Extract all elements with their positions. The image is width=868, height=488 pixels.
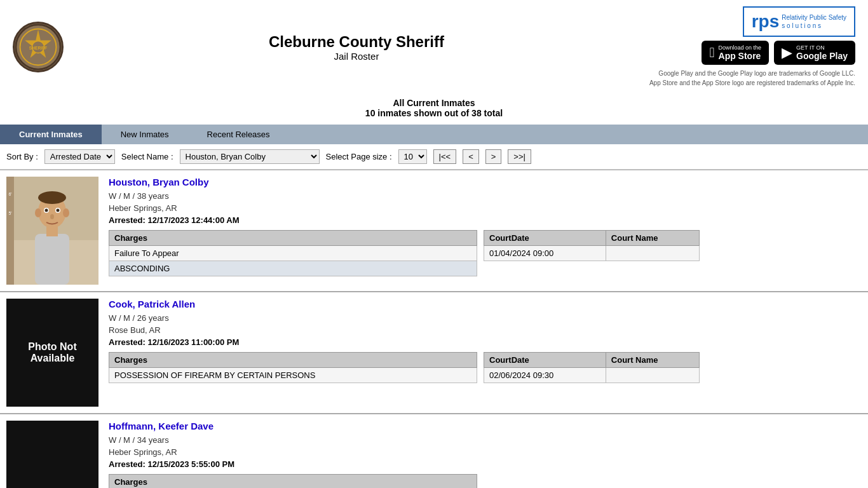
charges-header: Charges (109, 231, 477, 246)
tab-current-inmates[interactable]: Current Inmates (0, 125, 102, 144)
inmate-demographics: W / M / 34 years (109, 435, 862, 445)
inmate-row: 6' 5' (0, 170, 868, 292)
pagination-first[interactable]: |<< (433, 149, 457, 164)
table-row: 02/06/2024 09:30 (484, 368, 700, 383)
table-row: ABSCONDING (109, 261, 477, 276)
sort-by-select[interactable]: Arrested Date (44, 149, 115, 164)
trademark-text: Google Play and the Google Play logo are… (649, 69, 855, 88)
inmate-location: Rose Bud, AR (109, 325, 862, 335)
table-row: POSSESSION OF FIREARM BY CERTAIN PERSONS (109, 368, 477, 383)
inmate-photo: Photo Not Available (6, 299, 98, 407)
court-name-header: Court Name (606, 231, 699, 246)
inmate-arrested-date: Arrested: 12/15/2023 5:55:00 PM (109, 459, 862, 469)
google-play-icon: ▶ (782, 44, 792, 61)
inmate-list: 6' 5' (0, 170, 868, 488)
svg-point-13 (38, 191, 66, 204)
header-right: rps Relativity Public Safetys o l u t i … (649, 6, 855, 88)
svg-point-17 (57, 209, 60, 212)
inmate-demographics: W / M / 26 years (109, 313, 862, 323)
charges-table: Charges Sentenced to Jail Time by Judge (109, 474, 477, 488)
svg-rect-19 (35, 234, 69, 285)
subheader: All Current Inmates 10 inmates shown out… (0, 94, 868, 125)
inmate-photo: 6' 5' (6, 177, 98, 285)
charges-header: Charges (109, 353, 477, 368)
inmate-photo (6, 421, 98, 488)
court-name-value (606, 246, 699, 261)
page-header: SHERIFF Cleburne County Sheriff Jail Ros… (0, 0, 868, 94)
tab-recent-releases[interactable]: Recent Releases (188, 125, 289, 144)
app-store-text: Download on the App Store (719, 44, 762, 61)
court-date-header: CourtDate (484, 353, 606, 368)
rps-initials: rps (752, 11, 780, 32)
select-name-dropdown[interactable]: Houston, Bryan Colby (180, 149, 320, 164)
inmate-details: Hoffmann, Keefer Dave W / M / 34 years H… (109, 421, 862, 488)
select-name-label: Select Name : (121, 152, 173, 161)
svg-rect-20 (46, 227, 58, 236)
charges-table: Charges Failure To Appear ABSCONDING (109, 230, 477, 276)
google-play-button[interactable]: ▶ GET IT ON Google Play (774, 41, 855, 65)
inmate-count-line2: 10 inmates shown out of 38 total (13, 108, 855, 118)
charge-value: ABSCONDING (109, 261, 477, 276)
inmate-row: Hoffmann, Keefer Dave W / M / 34 years H… (0, 414, 868, 488)
inmate-row: Photo Not Available Cook, Patrick Allen … (0, 292, 868, 414)
charges-table: Charges POSSESSION OF FIREARM BY CERTAIN… (109, 352, 477, 383)
app-buttons-container:  Download on the App Store ▶ GET IT ON … (702, 41, 855, 65)
pagination-last[interactable]: >>| (508, 149, 531, 164)
pagination-prev[interactable]: < (463, 149, 479, 164)
inmate-details: Cook, Patrick Allen W / M / 26 years Ros… (109, 299, 862, 407)
inmate-location: Heber Springs, AR (109, 447, 862, 457)
inmate-top-section: Photo Not Available Cook, Patrick Allen … (6, 299, 862, 407)
svg-point-16 (45, 209, 48, 212)
court-name-header: Court Name (606, 353, 699, 368)
table-row: 01/04/2024 09:00 (484, 246, 700, 261)
page-size-select[interactable]: 10 (398, 149, 427, 164)
inmate-top-section: Hoffmann, Keefer Dave W / M / 34 years H… (6, 421, 862, 488)
arrested-label: Arrested: (109, 215, 146, 225)
page-size-label: Select Page size : (326, 152, 392, 161)
page-subtitle: Jail Roster (64, 51, 649, 62)
svg-point-12 (63, 208, 69, 217)
inmate-name[interactable]: Cook, Patrick Allen (109, 299, 862, 309)
court-date-value: 01/04/2024 09:00 (484, 246, 606, 261)
court-name-value (606, 368, 699, 383)
arrested-date-value: 12/17/2023 12:44:00 AM (147, 215, 239, 225)
court-block: CourtDate Court Name 02/06/2024 09:30 (484, 352, 700, 383)
google-play-text: GET IT ON Google Play (796, 44, 848, 61)
controls-bar: Sort By : Arrested Date Select Name : Ho… (0, 144, 868, 170)
apple-icon:  (709, 44, 714, 61)
court-block: CourtDate Court Name 01/04/2024 09:00 (484, 230, 700, 261)
inmate-location: Heber Springs, AR (109, 203, 862, 213)
sheriff-badge: SHERIFF (13, 22, 64, 72)
inmate-details: Houston, Bryan Colby W / M / 38 years He… (109, 177, 862, 285)
header-center: Cleburne County Sheriff Jail Roster (64, 33, 649, 62)
inmate-name[interactable]: Houston, Bryan Colby (109, 177, 862, 187)
rps-description: Relativity Public Safetys o l u t i o n … (782, 13, 846, 30)
inmate-arrested-date: Arrested: 12/17/2023 12:44:00 AM (109, 215, 862, 225)
svg-text:6': 6' (8, 192, 11, 196)
court-date-header: CourtDate (484, 231, 606, 246)
svg-text:SHERIFF: SHERIFF (29, 46, 47, 50)
sheriff-badge-container: SHERIFF (13, 22, 64, 72)
charges-block: Charges POSSESSION OF FIREARM BY CERTAIN… (109, 352, 477, 383)
court-table: CourtDate Court Name 01/04/2024 09:00 (484, 230, 700, 261)
app-store-button[interactable]:  Download on the App Store (702, 41, 769, 65)
charge-value: POSSESSION OF FIREARM BY CERTAIN PERSONS (109, 368, 477, 383)
svg-point-11 (35, 208, 41, 217)
rps-logo: rps Relativity Public Safetys o l u t i … (743, 6, 855, 37)
sort-by-label: Sort By : (6, 152, 38, 161)
table-row: Failure To Appear (109, 246, 477, 261)
charges-court-layout: Charges Failure To Appear ABSCONDING (109, 230, 862, 276)
arrested-label: Arrested: (109, 459, 146, 469)
arrested-date-value: 12/16/2023 11:00:00 PM (147, 337, 239, 347)
pagination-next[interactable]: > (485, 149, 502, 164)
inmate-arrested-date: Arrested: 12/16/2023 11:00:00 PM (109, 337, 862, 347)
photo-not-available: Photo Not Available (6, 335, 98, 370)
charges-block: Charges Failure To Appear ABSCONDING (109, 230, 477, 276)
svg-point-18 (50, 214, 54, 219)
tab-new-inmates[interactable]: New Inmates (102, 125, 188, 144)
inmate-count-line1: All Current Inmates (13, 98, 855, 108)
arrested-date-value: 12/15/2023 5:55:00 PM (147, 459, 234, 469)
nav-tabs: Current Inmates New Inmates Recent Relea… (0, 125, 868, 144)
inmate-name[interactable]: Hoffmann, Keefer Dave (109, 421, 862, 431)
inmate-top-section: 6' 5' (6, 177, 862, 285)
